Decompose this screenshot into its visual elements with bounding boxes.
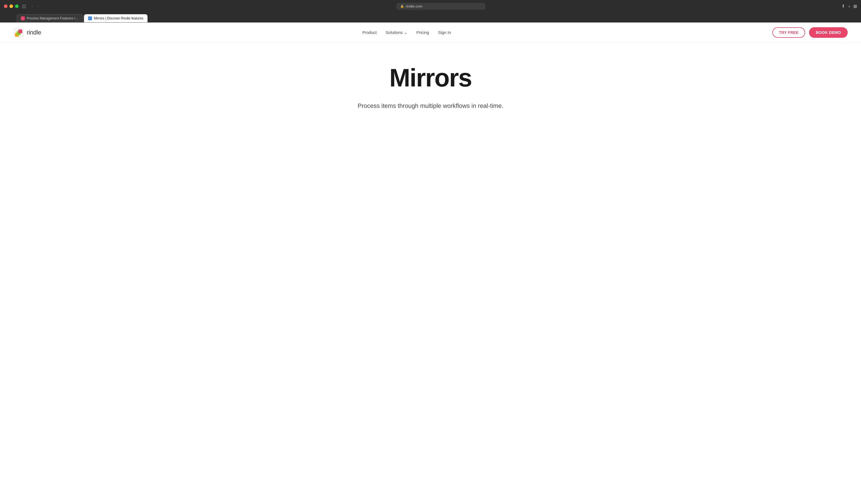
address-bar-wrapper: 🔒 rindle.com xyxy=(43,3,838,10)
minimize-window-button[interactable] xyxy=(10,4,13,8)
nav-actions: TRY FREE BOOK DEMO xyxy=(773,27,848,38)
svg-rect-3 xyxy=(18,29,22,33)
browser-back-button[interactable]: ‹ xyxy=(30,3,34,9)
traffic-lights xyxy=(4,4,18,8)
nav-link-solutions[interactable]: Solutions ⌄ xyxy=(385,30,407,35)
browser-right-actions: ⬆ + ▦ xyxy=(842,4,857,9)
browser-nav-buttons: ‹ › xyxy=(30,3,40,9)
nav-link-pricing[interactable]: Pricing xyxy=(416,30,429,35)
new-tab-button[interactable]: + xyxy=(848,4,850,9)
share-button[interactable]: ⬆ xyxy=(842,4,845,9)
browser-tab-1[interactable]: Process Management Features • Rindle xyxy=(17,14,83,22)
book-demo-button[interactable]: BOOK DEMO xyxy=(809,27,848,38)
brand-logo xyxy=(13,27,24,38)
sidebar-toggle-button[interactable]: ◫ xyxy=(22,4,26,9)
solutions-dropdown-chevron: ⌄ xyxy=(404,30,407,35)
tab-overview-button[interactable]: ▦ xyxy=(853,4,857,9)
url-display: rindle.com xyxy=(406,4,422,8)
hero-title: Mirrors xyxy=(390,65,472,91)
tab-1-favicon xyxy=(21,16,25,20)
tab-1-label: Process Management Features • Rindle xyxy=(27,16,79,20)
website-content: rindle Product Solutions ⌄ Pricing Sign … xyxy=(0,23,861,504)
browser-toolbar: ◫ ‹ › 🔒 rindle.com ⬆ + ▦ xyxy=(0,0,861,12)
nav-link-pricing-label: Pricing xyxy=(416,30,429,35)
brand-name: rindle xyxy=(27,29,41,36)
tab-2-label: Mirrors | Discover Rindle features xyxy=(94,16,144,20)
try-free-button[interactable]: TRY FREE xyxy=(773,27,805,38)
nav-link-solutions-label: Solutions xyxy=(385,30,403,35)
tabs-bar: Process Management Features • Rindle Mir… xyxy=(0,12,861,22)
close-window-button[interactable] xyxy=(4,4,8,8)
navbar: rindle Product Solutions ⌄ Pricing Sign … xyxy=(0,23,861,42)
browser-tab-2[interactable]: Mirrors | Discover Rindle features xyxy=(84,14,148,22)
address-bar[interactable]: 🔒 rindle.com xyxy=(396,3,485,10)
hero-subtitle: Process items through multiple workflows… xyxy=(358,101,504,110)
lock-icon: 🔒 xyxy=(400,4,404,8)
hero-section: Mirrors Process items through multiple w… xyxy=(0,42,861,127)
browser-forward-button[interactable]: › xyxy=(36,3,40,9)
nav-link-product-label: Product xyxy=(363,30,377,35)
tab-2-favicon xyxy=(88,16,92,20)
nav-link-product[interactable]: Product xyxy=(363,30,377,35)
nav-link-sign-in[interactable]: Sign In xyxy=(438,30,451,35)
brand-logo-link[interactable]: rindle xyxy=(13,27,41,38)
fullscreen-window-button[interactable] xyxy=(15,4,18,8)
browser-chrome: ◫ ‹ › 🔒 rindle.com ⬆ + ▦ Process Managem… xyxy=(0,0,861,23)
nav-link-sign-in-label: Sign In xyxy=(438,30,451,35)
nav-links: Product Solutions ⌄ Pricing Sign In xyxy=(363,30,451,35)
